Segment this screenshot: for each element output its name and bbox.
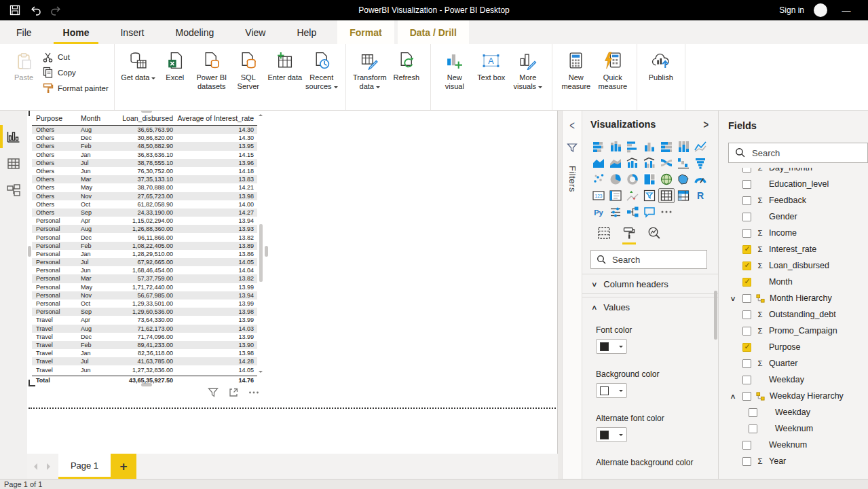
- table-visual[interactable]: PurposeMonthLoan_disbursedAverage of Int…: [31, 111, 265, 384]
- field-item-education-level[interactable]: Education_level: [728, 176, 868, 192]
- scroll-thumb[interactable]: [259, 224, 263, 282]
- key-influencers-icon[interactable]: [607, 204, 624, 219]
- field-checkbox[interactable]: [742, 245, 751, 254]
- data-view-button[interactable]: [0, 150, 27, 177]
- field-item-weeknum[interactable]: Weeknum: [728, 420, 868, 437]
- hundred-stacked-column-chart-icon[interactable]: [675, 139, 692, 154]
- format-painter-button[interactable]: Format painter: [42, 82, 109, 94]
- filled-map-icon[interactable]: [675, 172, 692, 187]
- funnel-chart-icon[interactable]: [692, 156, 709, 170]
- field-checkbox[interactable]: [742, 213, 751, 221]
- contextual-tab-format[interactable]: Format: [337, 20, 394, 44]
- new-measure-button[interactable]: New measure: [558, 48, 595, 92]
- text-box-button[interactable]: AText box: [473, 48, 510, 84]
- copy-button[interactable]: Copy: [42, 67, 109, 78]
- cut-button[interactable]: Cut: [42, 51, 109, 62]
- fields-tab[interactable]: [597, 226, 611, 244]
- clustered-column-chart-icon[interactable]: [641, 139, 658, 154]
- page-tab[interactable]: Page 1: [58, 454, 111, 479]
- field-item-weeknum[interactable]: Weeknum: [728, 437, 868, 453]
- field-item-weekday[interactable]: Weekday: [728, 372, 868, 388]
- card-icon[interactable]: 123: [590, 188, 607, 203]
- chevron-up-icon[interactable]: ∧: [728, 393, 739, 400]
- field-item-weekday-hierarchy[interactable]: ∧Weekday Hierarchy: [728, 388, 868, 404]
- field-checkbox[interactable]: [742, 180, 751, 189]
- field-item-promo-campaign[interactable]: ΣPromo_Campaign: [728, 323, 868, 339]
- more-visuals-button[interactable]: More visuals: [510, 48, 546, 92]
- stacked-bar-chart-icon[interactable]: [590, 139, 607, 154]
- field-item-outstanding-debt[interactable]: ΣOutstanding_debt: [728, 306, 868, 323]
- line-and-stacked-column-chart-icon[interactable]: [624, 156, 641, 170]
- stacked-column-chart-icon[interactable]: [607, 139, 624, 154]
- sql-server-button[interactable]: SQL Server: [230, 48, 267, 92]
- hundred-stacked-bar-chart-icon[interactable]: [658, 139, 675, 154]
- field-checkbox[interactable]: [742, 278, 751, 287]
- field-checkbox[interactable]: [742, 229, 751, 238]
- next-page-icon[interactable]: [47, 463, 50, 470]
- field-item-day-month[interactable]: ΣDay_month: [728, 168, 868, 176]
- field-checkbox[interactable]: [742, 343, 751, 352]
- field-item-gender[interactable]: Gender: [728, 209, 868, 225]
- menu-help[interactable]: Help: [287, 20, 326, 44]
- field-item-month-hierarchy[interactable]: ∨Month Hierarchy: [728, 290, 868, 306]
- get-data-button[interactable]: Get data: [120, 48, 157, 84]
- column-header-month[interactable]: Month: [81, 114, 109, 122]
- field-checkbox[interactable]: [742, 196, 751, 205]
- field-item-month[interactable]: Month: [728, 274, 868, 290]
- multi-row-card-icon[interactable]: [607, 188, 624, 203]
- waterfall-chart-icon[interactable]: [675, 156, 692, 170]
- redo-icon[interactable]: [50, 5, 61, 16]
- collapse-visualizations-icon[interactable]: >: [703, 117, 711, 131]
- chevron-down-icon[interactable]: ∨: [728, 295, 739, 302]
- new-visual-button[interactable]: New visual: [436, 48, 473, 92]
- more-options-icon[interactable]: [248, 386, 260, 399]
- field-item-year[interactable]: ΣYear: [728, 453, 868, 469]
- r-script-icon[interactable]: R: [692, 188, 709, 203]
- field-checkbox[interactable]: [742, 457, 751, 466]
- column-header-purpose[interactable]: Purpose: [32, 114, 81, 122]
- field-checkbox[interactable]: [742, 441, 751, 450]
- power-bi-datasets-button[interactable]: Power BI datasets: [193, 48, 230, 92]
- add-page-button[interactable]: +: [111, 454, 136, 479]
- undo-icon[interactable]: [30, 5, 41, 16]
- field-checkbox[interactable]: [742, 261, 751, 270]
- table-header-row[interactable]: PurposeMonthLoan_disbursedAverage of Int…: [32, 111, 257, 126]
- focus-mode-icon[interactable]: [227, 386, 240, 399]
- kpi-icon[interactable]: [624, 188, 641, 203]
- enter-data-button[interactable]: Enter data: [267, 48, 303, 84]
- field-checkbox[interactable]: [742, 327, 751, 336]
- stacked-area-chart-icon[interactable]: [607, 156, 624, 170]
- visualizations-scrollbar[interactable]: [714, 291, 717, 340]
- prev-page-icon[interactable]: [34, 463, 37, 470]
- report-view-button[interactable]: [0, 123, 27, 150]
- contextual-tab-data-drill[interactable]: Data / Drill: [398, 20, 469, 44]
- format-search-box[interactable]: Search: [590, 250, 707, 269]
- section-column-headers[interactable]: ∨ Column headers: [582, 274, 718, 294]
- field-item-weekday[interactable]: Weekday: [728, 404, 868, 420]
- publish-button[interactable]: Publish: [643, 48, 679, 84]
- pie-chart-icon[interactable]: [607, 172, 624, 187]
- matrix-icon[interactable]: [675, 188, 692, 203]
- field-item-income[interactable]: ΣIncome: [728, 225, 868, 241]
- field-checkbox[interactable]: [749, 424, 757, 433]
- scatter-chart-icon[interactable]: [590, 172, 607, 187]
- field-checkbox[interactable]: [742, 392, 751, 401]
- donut-chart-icon[interactable]: [624, 172, 641, 187]
- map-icon[interactable]: [658, 172, 675, 187]
- field-item-loan-disbursed[interactable]: ΣLoan_disbursed: [728, 257, 868, 274]
- column-header-average-of-interest-rate[interactable]: Average of Interest_rate: [173, 114, 256, 122]
- field-item-quarter[interactable]: ΣQuarter: [728, 355, 868, 372]
- section-values[interactable]: ∧ Values: [582, 297, 718, 317]
- field-checkbox[interactable]: [742, 168, 751, 173]
- avatar[interactable]: [814, 3, 827, 17]
- line-and-clustered-column-chart-icon[interactable]: [641, 156, 658, 170]
- analytics-tab[interactable]: [647, 226, 661, 244]
- visual-drag-handle[interactable]: [28, 246, 31, 257]
- field-item-purpose[interactable]: Purpose: [728, 339, 868, 355]
- report-canvas[interactable]: PurposeMonthLoan_disbursedAverage of Int…: [27, 111, 558, 454]
- filters-pane-label[interactable]: Filters: [567, 166, 578, 192]
- decomposition-tree-icon[interactable]: [624, 204, 641, 219]
- field-checkbox[interactable]: [742, 310, 751, 319]
- sign-in-button[interactable]: Sign in: [779, 5, 804, 15]
- field-checkbox[interactable]: [742, 376, 751, 384]
